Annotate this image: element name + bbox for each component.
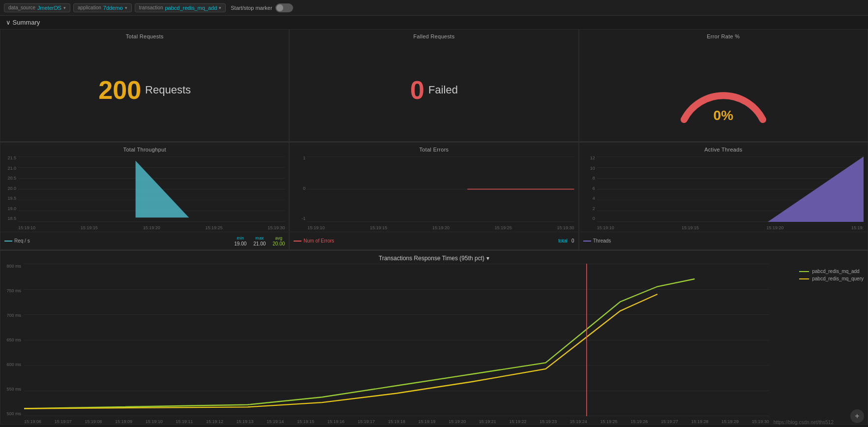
response-times-chevron: ▾ [486,255,489,262]
active-threads-title: Active Threads [579,143,868,154]
application-selector[interactable]: application 7ddemo ▾ [73,3,132,12]
scroll-fab[interactable]: + [850,409,864,423]
threads-footer: Threads [579,232,868,249]
errors-chart-area: 10-1 15:19:1015:19:1515:19:2015:19:2515:… [290,154,578,232]
top-grid: Total Requests 200 Requests Falled Reque… [0,29,868,142]
response-times-legend: pabcd_redis_mq_add pabcd_redis_mq_query [799,269,864,281]
datasource-label: data_source [8,5,35,10]
threads-chart-svg [597,156,864,222]
transaction-value: pabcd_redis_mq_add [165,5,217,11]
legend-label-add: pabcd_redis_mq_add [812,269,859,274]
response-times-svg [24,264,769,416]
throughput-footer: Req / s min 19.00 max 21.00 avg 20.00 [0,232,289,249]
transaction-label: transaction [139,5,163,10]
stopmarker-toggle[interactable] [275,3,293,12]
total-throughput-panel: Total Throughput 21.521.020.520.019.519.… [0,142,289,250]
transaction-arrow: ▾ [219,5,221,10]
mid-grid: Total Throughput 21.521.020.520.019.519.… [0,142,868,250]
throughput-legend: Req / s [4,238,30,244]
response-times-panel: Transactions Response Times (95th pct) ▾… [0,250,868,425]
gauge-container: 0% [579,41,868,138]
total-requests-value-container: 200 Requests [0,41,289,138]
errors-legend: Num of Errors [294,238,334,244]
toolbar: data_source JmeterDS ▾ application 7ddem… [0,0,868,16]
response-times-x-axis: 15:19:0615:19:0715:19:0815:19:0915:19:10… [24,419,769,424]
legend-item-add: pabcd_redis_mq_add [799,269,864,274]
threads-legend-color [583,241,591,242]
application-arrow: ▾ [125,5,127,10]
datasource-arrow: ▾ [63,5,66,10]
failed-requests-number: 0 [410,75,424,105]
errors-chart-svg [307,156,574,222]
datasource-value: JmeterDS [37,5,61,11]
response-times-title-text: Transactions Response Times (95th pct) [379,255,484,262]
throughput-stats: min 19.00 max 21.00 avg 20.00 [234,236,285,246]
throughput-chart-area: 21.521.020.520.019.519.018.5 15:19:1015:… [0,154,289,232]
application-label: application [78,5,101,10]
throughput-max: max 21.00 [253,236,266,246]
failed-requests-panel: Falled Requests 0 Failed [289,29,578,142]
summary-header: ∨ Summary [0,16,868,29]
error-rate-title: Error Rate % [579,30,868,41]
summary-heading: ∨ Summary [6,19,40,26]
total-requests-panel: Total Requests 200 Requests [0,29,289,142]
failed-requests-title: Falled Requests [290,30,578,41]
response-times-y-axis: 800 ms750 ms700 ms650 ms600 ms550 ms500 … [0,264,23,416]
watermark: https://blog.csdn.net/ths512 [774,420,834,425]
response-times-chart-area: 800 ms750 ms700 ms650 ms600 ms550 ms500 … [0,264,868,424]
threads-y-axis: 121086420 [579,154,596,222]
svg-marker-0 [136,161,189,217]
response-times-title: Transactions Response Times (95th pct) ▾ [0,251,868,264]
legend-color-query [799,278,809,279]
threads-legend: Threads [583,238,611,244]
start-stop-marker-container: Start/stop marker [231,3,293,12]
errors-x-axis: 15:19:1015:19:1515:19:2015:19:2515:19:30 [307,224,574,232]
error-rate-panel: Error Rate % 0% [579,29,868,142]
transaction-selector[interactable]: transaction pabcd_redis_mq_add ▾ [135,3,226,12]
datasource-selector[interactable]: data_source JmeterDS ▾ [4,3,70,12]
legend-label-query: pabcd_redis_mq_query [812,276,864,281]
gauge-value: 0% [714,108,733,123]
bottom-section: Transactions Response Times (95th pct) ▾… [0,250,868,425]
active-threads-panel: Active Threads 121086420 15:19:1015:19:1… [579,142,868,250]
throughput-avg: avg 20.00 [272,236,285,246]
total-requests-number: 200 [98,75,141,105]
failed-requests-unit: Failed [428,84,458,96]
total-requests-unit: Requests [145,84,191,96]
throughput-legend-color [4,241,12,242]
threads-chart-area: 121086420 15:19:1015:19:1515:19:2015:19: [579,154,868,232]
throughput-min: min 19.00 [234,236,246,246]
threads-x-axis: 15:19:1015:19:1515:19:2015:19: [597,224,864,232]
total-throughput-title: Total Throughput [0,143,289,154]
application-value: 7ddemo [103,5,123,11]
errors-footer: Num of Errors total 0 [290,232,578,249]
total-errors-panel: Total Errors 10-1 15:19:1015:19:1515:19:… [289,142,578,250]
errors-legend-label: Num of Errors [303,238,334,244]
throughput-x-axis: 15:19:1015:19:1515:19:2015:19:2515:19:30 [18,224,285,232]
failed-requests-value-container: 0 Failed [290,41,578,138]
threads-legend-label: Threads [593,238,611,244]
stopmarker-label: Start/stop marker [231,5,272,11]
throughput-legend-label: Req / s [14,238,30,244]
throughput-chart-svg [18,156,285,222]
throughput-y-axis: 21.521.020.520.019.519.018.5 [0,154,17,222]
errors-y-axis: 10-1 [290,154,306,222]
total-errors-title: Total Errors [290,143,578,154]
legend-color-add [799,271,809,272]
total-requests-title: Total Requests [0,30,289,41]
svg-marker-2 [768,156,864,222]
errors-total-container: total 0 [558,238,574,244]
legend-item-query: pabcd_redis_mq_query [799,276,864,281]
errors-legend-color [294,241,301,242]
